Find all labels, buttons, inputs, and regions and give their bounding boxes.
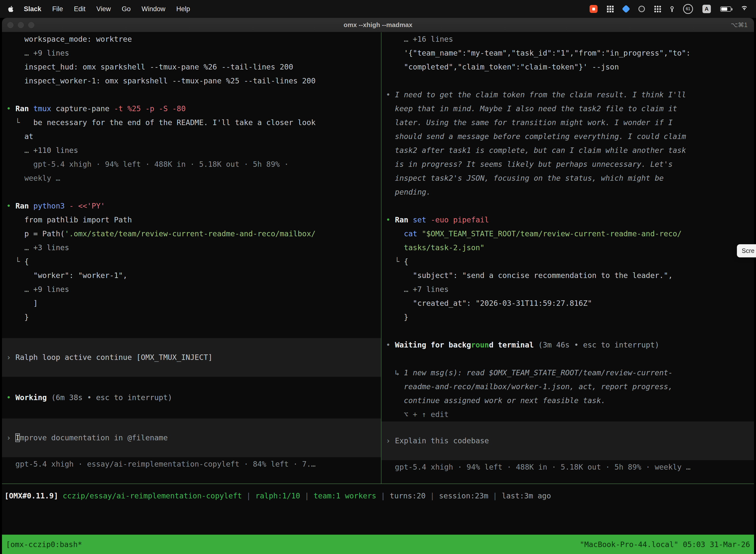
sphere-icon[interactable] bbox=[638, 6, 645, 12]
menu-bar-status-icons: 61 A bbox=[589, 4, 750, 14]
text-segment: from pathlib import Path bbox=[6, 215, 132, 224]
screen-recording-stop-icon[interactable] bbox=[589, 5, 597, 13]
text-segment: cat bbox=[404, 229, 422, 238]
text-segment: "$OMX_TEAM_STATE_ROOT/team/review-curren… bbox=[422, 229, 682, 238]
pane-bottom-border bbox=[2, 484, 754, 484]
terminal-line: pending. bbox=[381, 185, 754, 199]
text-segment: task2 after task1 is complete, but can I… bbox=[386, 146, 686, 155]
text-segment: ] bbox=[6, 299, 38, 308]
terminal-line: continue assigned work or next feasible … bbox=[381, 394, 754, 407]
terminal-window: omx --xhigh --madmax ⌥⌘1 workspace_mode:… bbox=[2, 18, 754, 554]
input-box[interactable]: › Improve documentation in @filename bbox=[2, 419, 381, 457]
terminal-line: readme-and-reco/mailbox/worker-1.json, a… bbox=[381, 380, 754, 394]
apps-grid-icon[interactable] bbox=[654, 6, 661, 12]
text-segment: └ bbox=[6, 118, 33, 127]
terminal-line: inspect_hud: omx sparkshell --tmux-pane … bbox=[2, 60, 381, 74]
terminal-line: … +7 lines bbox=[381, 282, 754, 296]
text-segment: cczip/essay/ai-reimplementation-copyleft bbox=[63, 491, 242, 500]
screenshot-tooltip[interactable]: Scre bbox=[737, 244, 756, 258]
text-segment: • bbox=[6, 393, 15, 402]
window-title: omx --xhigh --madmax bbox=[2, 21, 754, 29]
text-segment: ralph:1/10 bbox=[255, 491, 300, 500]
text-segment: Ran bbox=[15, 202, 33, 210]
text-segment: } bbox=[6, 313, 29, 321]
menu-window[interactable]: Window bbox=[136, 5, 171, 13]
text-segment: tasks/task-2.json" bbox=[386, 243, 485, 252]
text-segment bbox=[386, 229, 404, 238]
left-pane[interactable]: workspace_mode: worktree … +9 lines insp… bbox=[2, 32, 381, 484]
text-segment: "subject": "send a concise recommendatio… bbox=[386, 271, 673, 280]
raycast-icon[interactable] bbox=[622, 5, 630, 13]
text-segment: is in progress? It seems likely but perh… bbox=[386, 160, 673, 169]
blank-line bbox=[2, 377, 381, 391]
text-segment: '{"team_name":"my-team","task_id":"1","f… bbox=[386, 49, 691, 57]
text-segment: inspect_hud: omx sparkshell --tmux-pane … bbox=[6, 63, 293, 71]
input-line[interactable]: › Ralph loop active continue [OMX_TMUX_I… bbox=[2, 350, 381, 365]
blank-line bbox=[381, 324, 754, 338]
input-source-icon[interactable]: A bbox=[702, 5, 711, 13]
keyboard-grid-icon[interactable] bbox=[607, 6, 614, 12]
battery-icon[interactable] bbox=[720, 6, 731, 12]
battery-ring-icon[interactable]: 61 bbox=[683, 4, 693, 14]
terminal-line: p = Path('.omx/state/team/review-current… bbox=[2, 227, 381, 241]
menu-app-name[interactable]: Slack bbox=[18, 5, 47, 13]
terminal-line: } bbox=[2, 310, 381, 324]
window-title-bar[interactable]: omx --xhigh --madmax ⌥⌘1 bbox=[2, 18, 754, 32]
close-button[interactable] bbox=[7, 22, 13, 28]
input-box[interactable]: › Explain this codebase bbox=[381, 422, 754, 460]
text-segment: gpt-5.4 xhigh · essay/ai-reimplementatio… bbox=[6, 460, 315, 468]
blank-line bbox=[2, 324, 381, 338]
text-segment: pending. bbox=[386, 188, 431, 196]
right-pane[interactable]: … +16 lines '{"team_name":"my-team","tas… bbox=[381, 32, 754, 484]
terminal-line: later. Using the same for transition mig… bbox=[381, 116, 754, 129]
tmux-host-clock: "MacBook-Pro-44.local" 05:03 31-Mar-26 bbox=[580, 540, 750, 549]
terminal-line: inspect task2's JSON, focusing on the st… bbox=[381, 171, 754, 185]
apple-icon[interactable] bbox=[6, 6, 18, 12]
text-segment: … +110 lines bbox=[6, 146, 78, 155]
terminal-line: └ be necessary for the end of the README… bbox=[2, 116, 381, 129]
text-segment: └ bbox=[6, 257, 24, 266]
terminal-line: • Ran set -euo pipefail bbox=[381, 213, 754, 227]
text-segment: [OMX#0.11.9] bbox=[4, 491, 63, 500]
tmux-status-bar: [omx-cczip0:bash* "MacBook-Pro-44.local"… bbox=[2, 535, 754, 554]
wifi-icon[interactable] bbox=[741, 5, 748, 13]
text-segment: I bbox=[15, 433, 20, 442]
text-segment: "completed","claim_token":"claim-token"}… bbox=[386, 63, 619, 71]
blank-line bbox=[381, 199, 754, 213]
terminal-line: '{"team_name":"my-team","task_id":"1","f… bbox=[381, 46, 754, 60]
terminal-line: • Ran python3 - <<'PY' bbox=[2, 199, 381, 213]
text-segment: readme-and-reco/mailbox/worker-1.json, a… bbox=[386, 382, 673, 391]
zoom-button[interactable] bbox=[28, 22, 34, 28]
terminal-line: workspace_mode: worktree bbox=[2, 32, 381, 46]
input-line[interactable]: › Improve documentation in @filename bbox=[2, 431, 381, 445]
text-segment: | bbox=[376, 491, 390, 500]
menu-help[interactable]: Help bbox=[171, 5, 196, 13]
terminal-line: • Working (6m 38s • esc to interrupt) bbox=[2, 391, 381, 404]
text-segment: weekly … bbox=[6, 174, 60, 182]
input-box[interactable]: › Ralph loop active continue [OMX_TMUX_I… bbox=[2, 338, 381, 377]
text-segment: Working bbox=[15, 393, 51, 402]
minimize-button[interactable] bbox=[18, 22, 24, 28]
terminal-line: inspect_worker-1: omx sparkshell --tmux-… bbox=[2, 74, 381, 88]
text-segment: (3m 46s • esc to interrupt) bbox=[538, 340, 659, 349]
traffic-lights bbox=[2, 22, 34, 28]
text-segment: | bbox=[488, 491, 502, 500]
text-segment: '.omx/state/team/review-current-readme-a… bbox=[65, 229, 315, 238]
menu-edit[interactable]: Edit bbox=[68, 5, 91, 13]
terminal-line: … +3 lines bbox=[2, 241, 381, 255]
terminal-line: weekly … bbox=[2, 171, 381, 185]
text-segment: Ran bbox=[395, 215, 413, 224]
menu-view[interactable]: View bbox=[91, 5, 116, 13]
terminal-line: … +110 lines bbox=[2, 144, 381, 157]
menu-file[interactable]: File bbox=[47, 5, 69, 13]
window-shortcut-hint: ⌥⌘1 bbox=[731, 21, 754, 29]
menu-go[interactable]: Go bbox=[116, 5, 136, 13]
keyhole-icon[interactable] bbox=[671, 6, 674, 12]
terminal-line: • I need to get the claim token from the… bbox=[381, 88, 754, 102]
terminal-line: ↳ 1 new msg(s): read $OMX_TEAM_STATE_ROO… bbox=[381, 366, 754, 380]
text-segment: workspace_mode: worktree bbox=[6, 35, 132, 44]
input-line[interactable]: › Explain this codebase bbox=[381, 434, 754, 448]
terminal-line: cat "$OMX_TEAM_STATE_ROOT/team/review-cu… bbox=[381, 227, 754, 241]
text-segment: last:3m ago bbox=[502, 491, 551, 500]
text-segment: • bbox=[6, 202, 15, 210]
